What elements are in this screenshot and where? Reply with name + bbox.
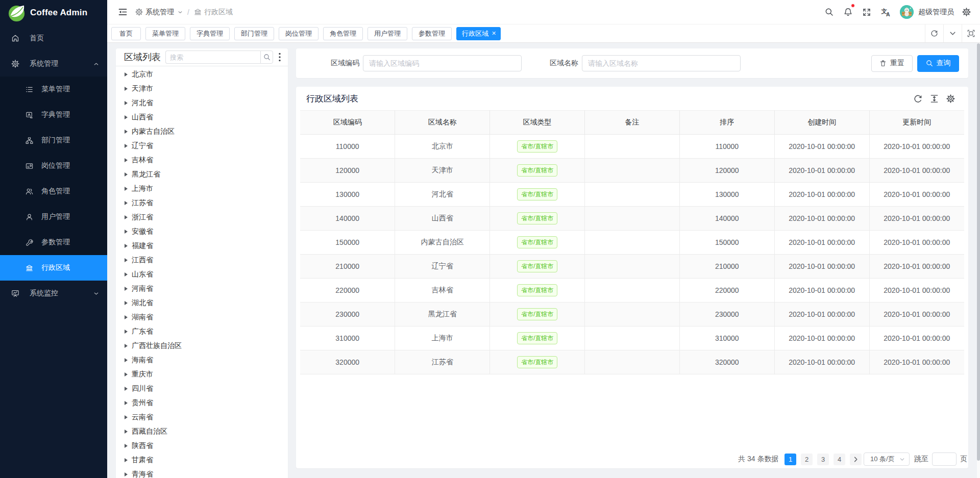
tree-item[interactable]: 内蒙古自治区 [116,124,288,139]
tree-item[interactable]: 江西省 [116,253,288,267]
tree-item[interactable]: 海南省 [116,353,288,367]
jump-page-input[interactable] [932,452,957,466]
column-header[interactable]: 创建时间 [774,111,869,135]
sidebar-item-param-mgmt[interactable]: 参数管理 [0,230,107,255]
scrollbar-thumb[interactable] [977,43,980,461]
tree-item[interactable]: 吉林省 [116,153,288,167]
tree-item[interactable]: 湖南省 [116,310,288,324]
caret-right-icon[interactable] [125,344,128,348]
caret-right-icon[interactable] [125,158,128,162]
notification-bell-icon[interactable] [839,0,857,24]
tab[interactable]: 首页 [111,27,141,40]
tab-active[interactable]: 行政区域 ✕ [456,27,501,40]
column-header[interactable]: 排序 [679,111,774,135]
sidebar-item-post-mgmt[interactable]: 岗位管理 [0,153,107,179]
caret-right-icon[interactable] [125,201,128,205]
tree-item[interactable]: 北京市 [116,67,288,82]
sidebar-item-home[interactable]: 首页 [0,26,107,51]
caret-right-icon[interactable] [125,215,128,219]
row-height-icon[interactable] [930,94,939,103]
caret-right-icon[interactable] [125,372,128,376]
caret-right-icon[interactable] [125,415,128,419]
code-input[interactable] [363,55,522,71]
tree-item[interactable]: 云南省 [116,410,288,424]
table-row[interactable]: 310000 上海市 省市/直辖市 310000 2020-10-01 00:0… [300,326,964,350]
sidebar-item-region[interactable]: 行政区域 [0,255,107,281]
tab[interactable]: 参数管理 [412,27,452,40]
close-icon[interactable]: ✕ [492,31,496,36]
caret-right-icon[interactable] [125,230,128,234]
caret-right-icon[interactable] [125,444,128,448]
tree-item[interactable]: 山东省 [116,267,288,282]
caret-right-icon[interactable] [125,315,128,319]
refresh-icon[interactable] [914,94,922,103]
tree-item[interactable]: 广东省 [116,324,288,339]
caret-right-icon[interactable] [125,115,128,119]
sidebar-item-user-mgmt[interactable]: 用户管理 [0,204,107,230]
tab[interactable]: 用户管理 [368,27,407,40]
table-row[interactable]: 230000 黑龙江省 省市/直辖市 230000 2020-10-01 00:… [300,303,964,326]
tree-item[interactable]: 河南省 [116,282,288,296]
table-row[interactable]: 120000 天津市 省市/直辖市 120000 2020-10-01 00:0… [300,159,964,183]
tree-search-input[interactable] [165,51,260,64]
caret-right-icon[interactable] [125,330,128,334]
caret-right-icon[interactable] [125,272,128,276]
reset-button[interactable]: 重置 [871,55,913,72]
caret-right-icon[interactable] [125,430,128,434]
caret-right-icon[interactable] [125,172,128,177]
tree-item[interactable]: 天津市 [116,82,288,96]
query-button[interactable]: 查询 [917,55,959,72]
caret-right-icon[interactable] [125,287,128,291]
sidebar-item-dept-mgmt[interactable]: 部门管理 [0,128,107,153]
tree-item[interactable]: 湖北省 [116,296,288,310]
tree-item[interactable]: 贵州省 [116,396,288,410]
caret-right-icon[interactable] [125,387,128,391]
caret-right-icon[interactable] [125,301,128,305]
translate-icon[interactable]: 文 A [876,0,896,24]
tree-item[interactable]: 辽宁省 [116,139,288,153]
sidebar-item-menu-mgmt[interactable]: 菜单管理 [0,77,107,102]
caret-right-icon[interactable] [125,101,128,105]
next-page-icon[interactable] [850,454,862,465]
page-button-4[interactable]: 4 [834,454,845,465]
tree-search-button[interactable] [260,51,273,64]
sidebar-item-dict-mgmt[interactable]: 字典管理 [0,102,107,128]
tab[interactable]: 菜单管理 [145,27,185,40]
page-button-3[interactable]: 3 [817,454,829,465]
tree-item[interactable]: 浙江省 [116,210,288,224]
fullscreen-content-icon[interactable] [962,24,980,42]
user-menu[interactable]: 超级管理员 [900,5,954,19]
caret-right-icon[interactable] [125,130,128,134]
app-logo[interactable]: Coffee Admin [0,0,107,26]
chevron-down-icon[interactable] [943,24,962,42]
tree-item[interactable]: 河北省 [116,96,288,110]
tab[interactable]: 岗位管理 [279,27,318,40]
column-header[interactable]: 备注 [585,111,680,135]
table-row[interactable]: 130000 河北省 省市/直辖市 130000 2020-10-01 00:0… [300,183,964,207]
refresh-icon[interactable] [925,24,943,42]
table-row[interactable]: 320000 江苏省 省市/直辖市 320000 2020-10-01 00:0… [300,350,964,374]
tree-item[interactable]: 上海市 [116,182,288,196]
table-row[interactable]: 210000 辽宁省 省市/直辖市 210000 2020-10-01 00:0… [300,255,964,279]
page-button-1[interactable]: 1 [785,454,796,465]
caret-right-icon[interactable] [125,187,128,191]
column-header[interactable]: 更新时间 [869,111,964,135]
tree-item[interactable]: 山西省 [116,110,288,124]
page-scrollbar[interactable] [977,43,980,478]
caret-right-icon[interactable] [125,87,128,91]
tree-item[interactable]: 黑龙江省 [116,167,288,182]
caret-right-icon[interactable] [125,358,128,362]
tree-item[interactable]: 青海省 [116,467,288,478]
column-settings-gear-icon[interactable] [946,94,955,103]
sidebar-group-system[interactable]: 系统管理 [0,51,107,77]
name-input[interactable] [582,55,741,71]
tab[interactable]: 部门管理 [234,27,274,40]
table-row[interactable]: 140000 山西省 省市/直辖市 140000 2020-10-01 00:0… [300,207,964,231]
caret-right-icon[interactable] [125,72,128,77]
tree-item[interactable]: 福建省 [116,239,288,253]
sidebar-item-role-mgmt[interactable]: 角色管理 [0,179,107,204]
tree-item[interactable]: 四川省 [116,382,288,396]
page-size-select[interactable]: 10 条/页 [864,452,910,466]
column-header[interactable]: 区域编码 [300,111,395,135]
column-header[interactable]: 区域类型 [490,111,585,135]
